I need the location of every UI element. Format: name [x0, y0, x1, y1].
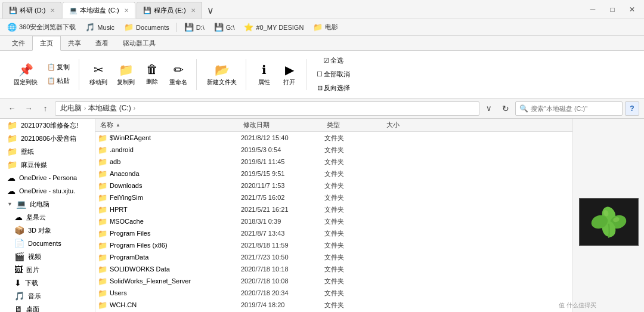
sidebar-item-wallpaper[interactable]: 📁 壁纸 — [0, 145, 95, 158]
file-row[interactable]: 📁Anaconda 2019/5/15 9:51 文件夹 — [95, 168, 572, 180]
file-row[interactable]: 📁adb 2019/6/1 11:45 文件夹 — [95, 156, 572, 168]
qa-360browser[interactable]: 🌐 360安全浏览器下载 — [4, 21, 79, 33]
qa-my-design[interactable]: ⭐ #0_MY DESIGN — [240, 21, 307, 33]
sidebar-item-kyan-backup[interactable]: 📁 20210730维修备忘! — [0, 119, 95, 132]
ribbon-tab-drive-tools[interactable]: 驱动器工具 — [116, 36, 163, 50]
folder-icon: 📁 — [7, 121, 17, 130]
sidebar-item-madou[interactable]: 📁 麻豆传媒 — [0, 158, 95, 171]
move-to-btn[interactable]: ✂ 移动到 — [85, 61, 112, 88]
folder-icon: 📁 — [98, 265, 107, 274]
col-header-type[interactable]: 类型 — [324, 119, 384, 131]
tab-close-local-c[interactable]: ✕ — [124, 7, 129, 14]
sidebar-item-onedrive-personal[interactable]: ☁ OneDrive - Persona — [0, 171, 95, 184]
minimize-button[interactable]: ─ — [583, 1, 602, 18]
crumb-computer[interactable]: 此电脑 — [60, 103, 82, 113]
col-header-date[interactable]: 修改日期 — [241, 119, 324, 131]
open-btn[interactable]: ▶ 打开 — [277, 61, 301, 88]
pin-to-quick-btn[interactable]: 📌 固定到快 — [10, 61, 42, 88]
qa-documents[interactable]: 📁 Documents — [120, 21, 173, 33]
ribbon-tab-bar: 文件 主页 共享 查看 驱动器工具 — [0, 36, 644, 51]
qa-d-drive[interactable]: 💾 D:\ — [181, 21, 208, 33]
ribbon-tab-home[interactable]: 主页 — [32, 36, 61, 51]
file-row[interactable]: 📁Program Files (x86) 2021/8/18 11:59 文件夹 — [95, 239, 572, 251]
qa-g-drive[interactable]: 💾 G:\ — [210, 21, 239, 33]
rename-icon: ✏ — [174, 63, 184, 77]
file-row[interactable]: 📁ProgramData 2021/7/23 10:50 文件夹 — [95, 251, 572, 263]
sidebar-item-onedrive-stu[interactable]: ☁ OneDrive - stu.xjtu. — [0, 184, 95, 197]
select-all-btn[interactable]: ☑ 全选 — [319, 54, 348, 67]
col-header-name[interactable]: 名称 ▲ — [98, 119, 241, 131]
delete-btn[interactable]: 🗑 删除 — [140, 61, 164, 88]
file-row[interactable]: 📁HPRT 2021/5/21 16:21 文件夹 — [95, 203, 572, 215]
folder-icon: 📁 — [98, 169, 107, 178]
search-input[interactable] — [531, 105, 618, 112]
docs-icon: 📄 — [14, 239, 24, 248]
onedrive-icon: ☁ — [7, 186, 16, 196]
qa-movies[interactable]: 📁 电影 — [309, 21, 342, 33]
new-folder-btn[interactable]: 📂 新建文件夹 — [203, 61, 241, 88]
col-header-size[interactable]: 大小 — [384, 119, 432, 131]
sidebar-item-jianguoyun[interactable]: ☁ 坚果云 — [0, 211, 95, 224]
address-dropdown-button[interactable]: ∨ — [482, 101, 496, 116]
sidebar-item-xiaoai[interactable]: 📁 20210806小爱音箱 — [0, 132, 95, 145]
sidebar-item-pictures[interactable]: 🖼 图片 — [0, 263, 95, 276]
address-path[interactable]: 此电脑 › 本地磁盘 (C:) › — [55, 101, 479, 116]
file-row[interactable]: 📁.android 2019/5/3 0:54 文件夹 — [95, 144, 572, 156]
sidebar-item-3dobjects[interactable]: 📦 3D 对象 — [0, 224, 95, 237]
help-button[interactable]: ? — [625, 101, 639, 116]
pin-label: 固定到快 — [14, 78, 38, 87]
tab-icon-kyan: 💾 — [9, 7, 17, 15]
up-button[interactable]: ↑ — [38, 101, 52, 116]
file-row[interactable]: 📁WCH.CN 2019/7/4 18:20 文件夹 — [95, 299, 572, 311]
copy-btn[interactable]: 📋 复制 — [43, 61, 74, 73]
preview-panel — [572, 119, 644, 312]
qa-music[interactable]: 🎵 Music — [82, 21, 118, 33]
sidebar-item-videos[interactable]: 🎬 视频 — [0, 250, 95, 263]
refresh-button[interactable]: ↻ — [499, 101, 513, 116]
close-button[interactable]: ✕ — [623, 1, 642, 18]
open-icon: ▶ — [285, 63, 294, 77]
sidebar-item-music[interactable]: 🎵 音乐 — [0, 289, 95, 302]
tab-more-button[interactable]: ∨ — [203, 2, 218, 18]
copy-to-btn[interactable]: 📁 复制到 — [113, 61, 139, 88]
qa-d-icon: 💾 — [184, 23, 194, 32]
crumb-local-c[interactable]: 本地磁盘 (C:) — [88, 103, 131, 113]
file-row[interactable]: 📁SolidWorks_Flexnet_Server 2020/7/18 10:… — [95, 275, 572, 287]
ribbon-tab-share[interactable]: 共享 — [61, 36, 88, 50]
file-row[interactable]: 📁MSOCache 2018/3/1 0:39 文件夹 — [95, 215, 572, 227]
forward-button[interactable]: → — [21, 101, 36, 116]
sidebar-item-downloads[interactable]: ⬇ 下载 — [0, 276, 95, 289]
rename-btn[interactable]: ✏ 重命名 — [165, 61, 191, 88]
back-button[interactable]: ← — [5, 101, 19, 116]
invert-select-btn[interactable]: ⊟ 反向选择 — [313, 82, 354, 94]
sidebar-item-thispc[interactable]: ▼ 💻 此电脑 — [0, 197, 95, 211]
sidebar-item-documents[interactable]: 📄 Documents — [0, 237, 95, 250]
file-row[interactable]: 📁FeiYingSim 2021/7/5 16:02 文件夹 — [95, 191, 572, 203]
file-list: 📁$WinREAgent 2021/8/12 15:40 文件夹 📁.andro… — [95, 132, 572, 312]
search-box[interactable]: 🔍 — [515, 101, 623, 116]
tab-kyan[interactable]: 💾 科研 (D:) ✕ — [2, 2, 61, 18]
ribbon-tab-view[interactable]: 查看 — [88, 36, 116, 50]
properties-btn[interactable]: ℹ 属性 — [252, 61, 276, 88]
paste-btn[interactable]: 📋 粘贴 — [43, 75, 74, 87]
select-none-btn[interactable]: ☐ 全部取消 — [312, 68, 354, 81]
qa-music-icon: 🎵 — [85, 23, 95, 32]
ribbon-tab-file[interactable]: 文件 — [5, 36, 32, 50]
tab-close-kyan[interactable]: ✕ — [50, 7, 55, 14]
sidebar-item-desktop[interactable]: 🖥 桌面 — [0, 302, 95, 312]
file-row-downloads[interactable]: 📁Downloads 2020/11/7 1:53 文件夹 — [95, 180, 572, 191]
maximize-button[interactable]: □ — [603, 1, 622, 18]
tab-programmer-e[interactable]: 💾 程序员 (E:) ✕ — [137, 2, 202, 18]
file-area: 名称 ▲ 修改日期 类型 大小 📁$WinREAgent 2021/8/12 1… — [95, 119, 572, 312]
file-row[interactable]: 📁Users 2020/7/18 20:34 文件夹 — [95, 287, 572, 299]
folder-icon: 📁 — [98, 277, 107, 286]
file-row[interactable]: 📁$WinREAgent 2021/8/12 15:40 文件夹 — [95, 132, 572, 144]
tab-close-programmer-e[interactable]: ✕ — [191, 7, 196, 14]
qa-360-icon: 🌐 — [7, 23, 17, 32]
file-row[interactable]: 📁SOLIDWORKS Data 2020/7/18 10:18 文件夹 — [95, 263, 572, 275]
title-bar: 💾 科研 (D:) ✕ 💻 本地磁盘 (C:) ✕ 💾 程序员 (E:) ✕ ∨… — [0, 0, 644, 19]
tab-local-c[interactable]: 💻 本地磁盘 (C:) ✕ — [63, 2, 135, 18]
qa-music-label: Music — [97, 24, 114, 31]
new-folder-icon: 📂 — [215, 63, 230, 77]
file-row[interactable]: 📁Program Files 2021/8/7 13:43 文件夹 — [95, 227, 572, 239]
